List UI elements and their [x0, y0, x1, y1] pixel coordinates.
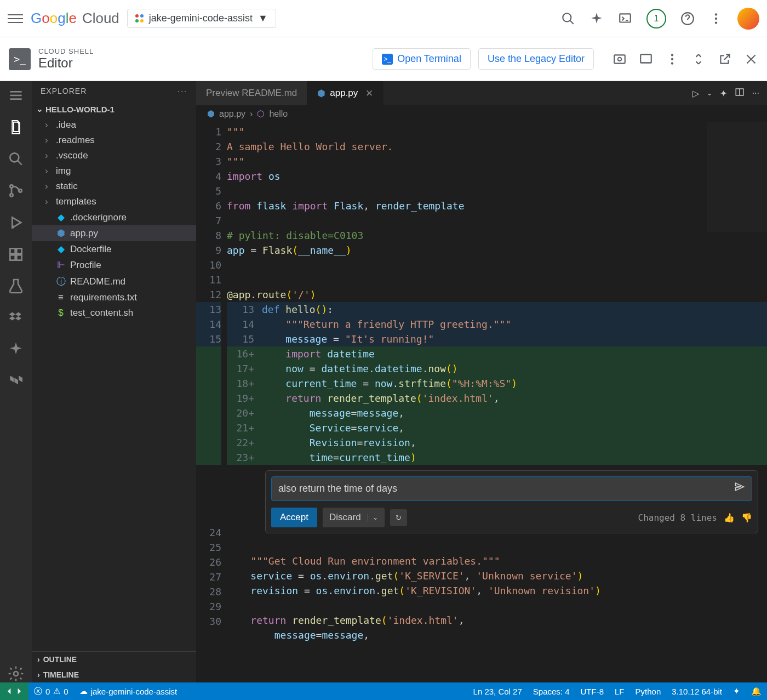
beaker-icon[interactable]	[7, 277, 25, 295]
svg-point-8	[618, 57, 622, 61]
explorer-icon[interactable]	[7, 118, 25, 136]
editor-tabs: Preview README.md⬢app.py✕ ▷ ⌄ ✦ ···	[196, 81, 767, 105]
python-runtime[interactable]: 3.10.12 64-bit	[666, 682, 728, 700]
more-icon[interactable]	[709, 12, 723, 26]
encoding[interactable]: UTF-8	[575, 682, 610, 700]
refresh-icon[interactable]: ↻	[390, 509, 407, 526]
preview-icon[interactable]	[613, 52, 627, 66]
debug-icon[interactable]	[7, 214, 25, 231]
tab-more-icon[interactable]: ···	[752, 88, 759, 98]
close-icon[interactable]	[744, 52, 758, 66]
svg-rect-7	[614, 55, 625, 63]
avatar[interactable]	[737, 8, 759, 30]
editor-tab[interactable]: Preview README.md	[196, 81, 307, 105]
breadcrumb[interactable]: ⬢ app.py › ⬡ hello	[196, 105, 767, 122]
chevron-down-icon: ▼	[258, 13, 268, 24]
file-item[interactable]: ◆Dockerfile	[32, 241, 196, 257]
code-editor[interactable]: 12345678910111213141524252627282930 """A…	[196, 122, 767, 682]
minimap[interactable]	[707, 122, 767, 232]
sparkle-status-icon[interactable]: ✦	[728, 682, 746, 700]
svg-rect-28	[16, 255, 21, 260]
file-item[interactable]: ◆.dockerignore	[32, 209, 196, 225]
file-item[interactable]: ⊩Procfile	[32, 257, 196, 273]
bell-icon[interactable]: 🔔	[746, 682, 767, 700]
open-terminal-button[interactable]: >_ Open Terminal	[373, 48, 471, 70]
explorer-more-icon[interactable]: ···	[178, 87, 187, 95]
svg-point-5	[715, 17, 717, 19]
file-item[interactable]: $test_content.sh	[32, 305, 196, 321]
menu-bars-icon[interactable]	[7, 87, 25, 104]
project-name: jake-gemini-code-assist	[149, 13, 253, 24]
notifications-badge[interactable]: 1	[646, 9, 666, 29]
thumbs-down-icon[interactable]: 👎	[741, 510, 752, 525]
changed-lines-label: Changed 8 lines	[638, 510, 718, 525]
explorer-sidebar: EXPLORER ··· ⌄ HELLO-WORLD-1 ›.idea›.rea…	[32, 81, 196, 682]
timeline-section[interactable]: ›TIMELINE	[32, 667, 196, 682]
help-icon[interactable]	[680, 12, 695, 26]
gcp-logo[interactable]: Google Cloud	[31, 10, 119, 27]
run-icon[interactable]: ▷	[692, 88, 699, 99]
send-icon[interactable]	[734, 481, 745, 496]
search-activity-icon[interactable]	[7, 150, 25, 168]
svg-point-13	[671, 62, 673, 64]
source-control-icon[interactable]	[7, 182, 25, 200]
outline-section[interactable]: ›OUTLINE	[32, 652, 196, 667]
eol[interactable]: LF	[609, 682, 630, 700]
folder-item[interactable]: ›.readmes	[32, 133, 196, 148]
python-icon: ⬢	[207, 109, 215, 119]
folder-item[interactable]: ›templates	[32, 194, 196, 209]
accept-button[interactable]: Accept	[271, 508, 317, 527]
extensions-icon[interactable]	[7, 246, 25, 263]
chevron-down-icon: ⌄	[36, 104, 43, 114]
svg-point-29	[14, 671, 18, 676]
shell-subtitle: CLOUD SHELL	[38, 47, 94, 55]
cloud-shell-header: >_ CLOUD SHELL Editor >_ Open Terminal U…	[0, 37, 767, 81]
workspace-folder[interactable]: ⌄ HELLO-WORLD-1	[32, 101, 196, 117]
folder-item[interactable]: ›img	[32, 163, 196, 179]
language-mode[interactable]: Python	[630, 682, 667, 700]
svg-rect-25	[10, 248, 15, 253]
gear-icon[interactable]	[7, 665, 25, 682]
run-dropdown-icon[interactable]: ⌄	[707, 89, 712, 97]
split-editor-icon[interactable]	[735, 87, 745, 99]
folder-item[interactable]: ›static	[32, 179, 196, 194]
problems-indicator[interactable]: ⓧ0 ⚠0	[28, 682, 74, 700]
status-bar: ⓧ0 ⚠0 ☁ jake-gemini-code-assist Ln 23, C…	[0, 682, 767, 700]
cursor-position[interactable]: Ln 23, Col 27	[468, 682, 528, 700]
ai-prompt-input[interactable]	[278, 483, 734, 494]
expand-icon[interactable]	[691, 52, 706, 66]
legacy-editor-button[interactable]: Use the Legacy Editor	[478, 48, 594, 70]
svg-rect-27	[10, 255, 15, 260]
editor-tab[interactable]: ⬢app.py✕	[307, 81, 384, 105]
thumbs-up-icon[interactable]: 👍	[724, 510, 735, 525]
search-icon[interactable]	[561, 12, 575, 26]
more-vert-icon[interactable]	[665, 52, 679, 66]
svg-point-24	[12, 226, 14, 228]
menu-icon[interactable]	[8, 11, 23, 26]
activity-bar	[0, 81, 32, 682]
folder-item[interactable]: ›.vscode	[32, 148, 196, 163]
sparkle-activity-icon[interactable]	[7, 341, 25, 358]
file-item[interactable]: ⬢app.py	[32, 225, 196, 241]
sparkle-icon[interactable]	[589, 12, 604, 26]
dropbox-icon[interactable]	[7, 309, 25, 327]
folder-item[interactable]: ›.idea	[32, 117, 196, 133]
indentation[interactable]: Spaces: 4	[528, 682, 575, 700]
cloud-project-indicator[interactable]: ☁ jake-gemini-code-assist	[74, 682, 183, 700]
terraform-icon[interactable]	[7, 373, 25, 390]
remote-indicator[interactable]	[0, 682, 28, 700]
project-selector[interactable]: jake-gemini-code-assist ▼	[127, 9, 276, 28]
cloud-shell-icon[interactable]	[618, 12, 632, 26]
svg-point-21	[10, 185, 13, 187]
close-tab-icon[interactable]: ✕	[365, 88, 373, 99]
layout-icon[interactable]	[639, 52, 653, 66]
symbol-icon: ⬡	[257, 109, 265, 119]
sparkle-tab-icon[interactable]: ✦	[720, 88, 727, 99]
discard-button[interactable]: Discard ⌄	[323, 508, 385, 527]
svg-rect-9	[640, 54, 651, 62]
open-new-icon[interactable]	[718, 52, 732, 66]
file-item[interactable]: ⓘREADME.md	[32, 273, 196, 290]
file-item[interactable]: ≡requirements.txt	[32, 290, 196, 305]
svg-point-4	[715, 13, 717, 15]
ai-suggestion-box: AcceptDiscard ⌄↻Changed 8 lines👍👎	[265, 470, 758, 533]
